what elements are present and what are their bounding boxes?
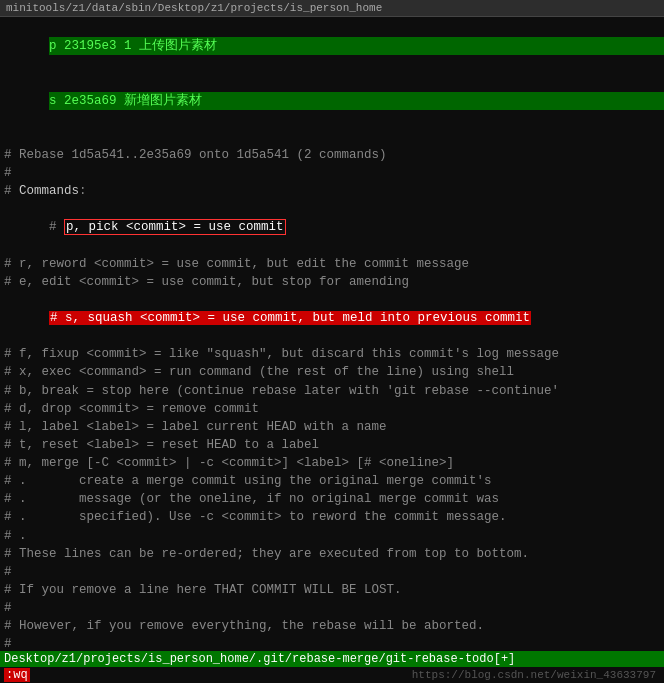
line-1: p 23195e3 1 上传图片素材 [4, 19, 660, 73]
line-drop: # d, drop <commit> = remove commit [4, 400, 660, 418]
line-merge: # m, merge [-C <commit> | -c <commit>] <… [4, 454, 660, 472]
line-rebase-header: # Rebase 1d5a541..2e35a69 onto 1d5a541 (… [4, 146, 660, 164]
line-remove: # If you remove a line here THAT COMMIT … [4, 581, 660, 599]
line-blank-comment-2: # [4, 563, 660, 581]
line-merge-2: # . message (or the oneline, if no origi… [4, 490, 660, 508]
line-blank-comment-1: # [4, 164, 660, 182]
line-exec: # x, exec <command> = run command (the r… [4, 363, 660, 381]
line-squash: # s, squash <commit> = use commit, but m… [4, 291, 660, 345]
line-fixup: # f, fixup <commit> = like "squash", but… [4, 345, 660, 363]
line-2: s 2e35a69 新增图片素材 [4, 73, 660, 127]
line-reword: # r, reword <commit> = use commit, but e… [4, 255, 660, 273]
line-break: # b, break = stop here (continue rebase … [4, 382, 660, 400]
editor-content: p 23195e3 1 上传图片素材 s 2e35a69 新增图片素材 # Re… [0, 17, 664, 651]
line-merge-1: # . create a merge commit using the orig… [4, 472, 660, 490]
line-reorder: # These lines can be re-ordered; they ar… [4, 545, 660, 563]
line-dot: # . [4, 527, 660, 545]
line-reset: # t, reset <label> = reset HEAD to a lab… [4, 436, 660, 454]
cmd-input[interactable]: :wq [4, 668, 30, 682]
line-blank-comment-3: # [4, 599, 660, 617]
status-file: Desktop/z1/projects/is_person_home/.git/… [4, 652, 515, 666]
line-blank-comment-4: # [4, 635, 660, 651]
line-merge-3: # . specified). Use -c <commit> to rewor… [4, 508, 660, 526]
watermark: https://blog.csdn.net/weixin_43633797 [412, 669, 660, 681]
terminal: minitools/z1/data/sbin/Desktop/z1/projec… [0, 0, 664, 683]
line-however: # However, if you remove everything, the… [4, 617, 660, 635]
status-bar: Desktop/z1/projects/is_person_home/.git/… [0, 651, 664, 667]
line-label: # l, label <label> = label current HEAD … [4, 418, 660, 436]
line-pick: # p, pick <commit> = use commit [4, 200, 660, 254]
title-bar: minitools/z1/data/sbin/Desktop/z1/projec… [0, 0, 664, 17]
line-blank-1 [4, 128, 660, 146]
cmd-bar: :wq https://blog.csdn.net/weixin_4363379… [0, 667, 664, 683]
line-commands-header: # Commands: [4, 182, 660, 200]
line-edit: # e, edit <commit> = use commit, but sto… [4, 273, 660, 291]
